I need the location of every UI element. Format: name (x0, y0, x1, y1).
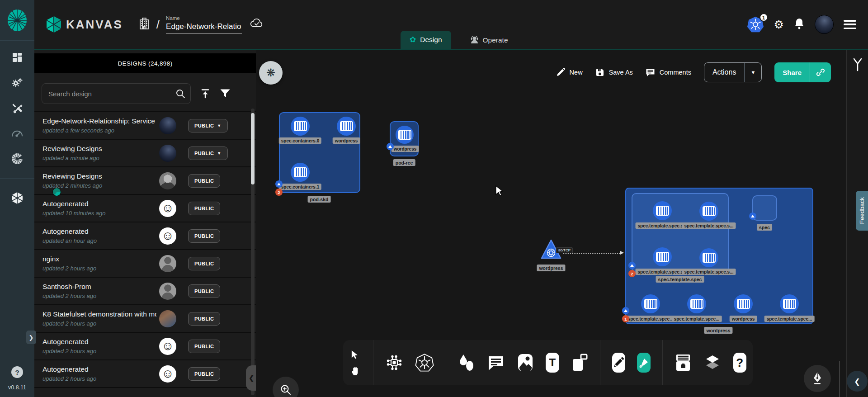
kanvas-brand[interactable]: KANVAS (46, 16, 123, 33)
select-tool[interactable] (349, 349, 361, 360)
sidebar-item-lifecycle[interactable] (10, 76, 24, 90)
sidebar-item-performance[interactable] (10, 127, 24, 140)
container-icon[interactable] (396, 126, 414, 144)
design-list-item[interactable]: nginx updated 2 hours ago PUBLIC (34, 249, 256, 277)
visibility-badge[interactable]: PUBLIC (188, 367, 220, 381)
meshery-logo[interactable] (0, 0, 34, 41)
visibility-badge[interactable]: PUBLIC▼ (188, 147, 228, 160)
shapes-tool[interactable] (458, 353, 475, 373)
search-input[interactable] (42, 83, 191, 104)
mesh-components-tool[interactable] (385, 353, 403, 373)
design-list-item[interactable]: Autogenerated updated 2 hours ago PUBLIC (34, 359, 256, 387)
design-list-item[interactable]: Reviewing Designs updated a minute ago P… (34, 139, 256, 166)
kubernetes-components-tool[interactable] (415, 353, 434, 373)
visibility-badge[interactable]: PUBLIC (188, 284, 220, 298)
container-icon[interactable] (641, 294, 660, 313)
comments-button[interactable]: Comments (646, 68, 691, 77)
validate-icon[interactable] (852, 58, 863, 73)
tab-design[interactable]: ✿ Design (401, 31, 451, 49)
pan-tool[interactable] (349, 365, 361, 377)
sidebar-item-configuration[interactable] (10, 101, 24, 115)
error-badge[interactable]: 2 (275, 189, 283, 196)
container-icon[interactable] (337, 117, 356, 136)
zoom-button[interactable] (273, 377, 299, 397)
design-name-input[interactable] (166, 22, 242, 33)
actions-caret[interactable]: ▼ (744, 63, 761, 82)
error-badge[interactable]: 2 (628, 270, 636, 277)
design-list-item[interactable]: Edge-Network-Relationship: Service updat… (34, 111, 256, 139)
node-pod-skd[interactable]: spec.containers.0 wordpress spec.contain… (279, 112, 360, 193)
visibility-badge[interactable]: PUBLIC (188, 202, 220, 215)
organization-icon[interactable] (138, 17, 150, 32)
annotation-tool[interactable] (487, 353, 505, 373)
container-icon[interactable] (653, 201, 672, 220)
container-icon[interactable] (687, 294, 706, 313)
settings-button[interactable]: ⚙ (774, 19, 784, 30)
container-icon[interactable] (699, 202, 718, 221)
user-avatar[interactable] (815, 15, 834, 34)
design-list-item[interactable]: Autogenerated updated 2 hours ago PUBLIC (34, 332, 256, 359)
design-list-item[interactable]: K8 Statefulset demonstration with mo upd… (34, 304, 256, 332)
node-pod-template[interactable]: spec.template.spec.s... spec.template.sp… (632, 193, 729, 273)
help-button[interactable]: ? (11, 366, 23, 378)
pen-tool[interactable] (612, 353, 626, 373)
text-tool[interactable]: T (546, 353, 559, 373)
node-spec[interactable] (752, 195, 777, 221)
visibility-badge[interactable]: PUBLIC▼ (188, 119, 228, 132)
container-icon[interactable] (734, 294, 753, 313)
pod-badge-icon[interactable] (275, 180, 283, 188)
container-label: wordpress (392, 146, 419, 152)
design-list-item[interactable]: Reviewing Designs updated 2 minutes ago … (34, 166, 256, 194)
pod-badge-icon[interactable] (749, 213, 756, 220)
node-deployment-wordpress[interactable]: spec.template.spec.s... spec.template.sp… (625, 188, 813, 324)
import-design-button[interactable] (200, 88, 211, 99)
kanvas-app: ? v0.8.11 KANVAS / (0, 0, 868, 397)
kubernetes-context-button[interactable]: 1 (747, 16, 764, 33)
visibility-badge[interactable]: PUBLIC (188, 312, 220, 326)
actions-button[interactable]: Actions ▼ (704, 62, 762, 82)
freehand-draw-tool[interactable] (637, 353, 651, 373)
visibility-badge[interactable]: PUBLIC (188, 229, 220, 243)
expand-panel-button[interactable]: ❯ (26, 331, 36, 344)
rectangle-tool[interactable] (571, 353, 588, 373)
container-icon[interactable] (291, 117, 310, 136)
container-icon[interactable] (291, 163, 310, 182)
filter-button[interactable] (220, 89, 231, 99)
visibility-badge[interactable]: PUBLIC (188, 340, 220, 353)
sidebar-item-mesh[interactable] (10, 152, 24, 165)
design-canvas[interactable]: ❋ New Save As Comments Act (256, 50, 846, 397)
help-tool[interactable]: ? (733, 353, 747, 373)
pod-badge-icon[interactable] (628, 262, 636, 269)
design-owner-avatar (159, 310, 176, 327)
collapse-right-panel-button[interactable]: ❮ (847, 371, 868, 392)
share-button[interactable]: Share (774, 62, 831, 82)
design-list-item[interactable]: Autogenerated updated 10 minutes ago PUB… (34, 194, 256, 222)
collapse-panel-button[interactable]: ❮ (246, 365, 256, 391)
sidebar-item-kanvas[interactable] (10, 191, 24, 205)
design-list-item[interactable]: Autogenerated updated an hour ago PUBLIC (34, 222, 256, 249)
container-icon[interactable] (699, 248, 718, 267)
sidebar-item-dashboard[interactable] (10, 51, 24, 64)
designs-scrollbar-thumb[interactable] (251, 113, 255, 184)
notifications-button[interactable] (794, 18, 805, 31)
error-badge[interactable]: 1 (622, 315, 629, 322)
new-button[interactable]: New (556, 68, 583, 77)
pod-badge-icon[interactable] (622, 307, 629, 314)
design-list-item[interactable]: Santhosh-Prom updated 2 hours ago PUBLIC (34, 277, 256, 304)
container-icon[interactable] (653, 247, 672, 266)
save-as-button[interactable]: Save As (595, 68, 633, 77)
copy-link-button[interactable] (810, 62, 831, 82)
image-tool[interactable] (517, 353, 534, 373)
layers-tool[interactable] (703, 353, 722, 373)
canvas-menu-button[interactable]: ❋ (259, 61, 283, 85)
visibility-badge[interactable]: PUBLIC (188, 257, 220, 270)
saved-components-tool[interactable] (675, 353, 692, 373)
whiteboard-toggle-button[interactable] (804, 365, 831, 392)
container-icon[interactable] (780, 294, 799, 313)
node-pod-rcc[interactable]: wordpress (390, 121, 419, 156)
pod-badge-icon[interactable] (387, 143, 394, 150)
feedback-tab[interactable]: Feedback (856, 191, 868, 231)
visibility-badge[interactable]: PUBLIC (188, 174, 220, 188)
tab-operate[interactable]: Operate (461, 32, 517, 49)
menu-button[interactable] (844, 20, 856, 29)
